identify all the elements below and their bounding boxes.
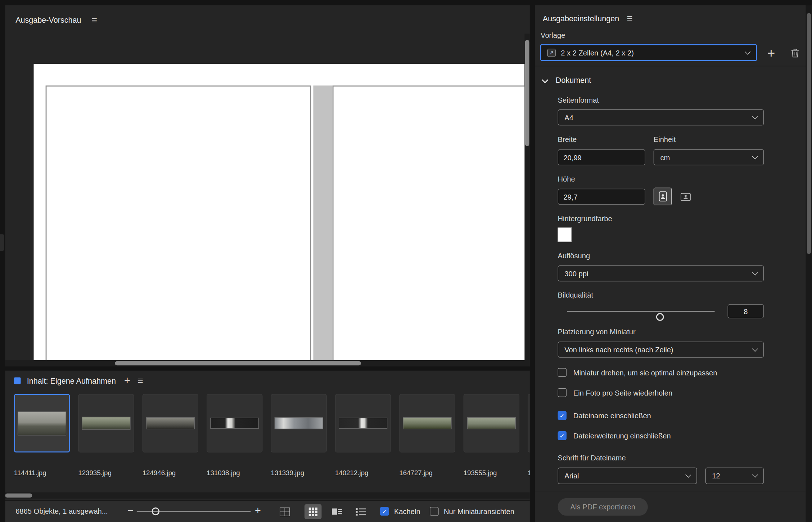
thumbnail-cell[interactable] [271, 394, 326, 452]
template-select[interactable]: ↗ 2 x 2 Zellen (A4, 2 x 2) [540, 44, 757, 61]
placement-value: Von links nach rechts (nach Zeile) [564, 345, 753, 354]
scrollbar-thumb[interactable] [115, 361, 361, 366]
thumbnail-item[interactable]: 123935.jpg [78, 394, 134, 490]
thumbnail-item[interactable]: 131038.jpg [207, 394, 262, 490]
thumbnail-cell[interactable] [399, 394, 455, 452]
settings-vertical-scrollbar[interactable] [806, 5, 812, 522]
zoom-in-icon[interactable]: + [255, 505, 261, 516]
font-size-value: 12 [712, 472, 753, 480]
thumbnail-cell[interactable] [335, 394, 391, 452]
scrollbar-thumb[interactable] [5, 494, 32, 498]
settings-checkbox-row[interactable]: ✓ Ein Foto pro Seite wiederholen [558, 388, 717, 397]
portrait-orientation-button[interactable] [654, 188, 672, 205]
quality-value-input[interactable] [727, 304, 764, 318]
scrollbar-thumb[interactable] [807, 13, 811, 254]
thumbnail-cell[interactable] [14, 394, 70, 452]
screenshot-root: Ausgabe-Vorschau ≡ Inhalt: Eigene Aufnah… [0, 0, 812, 522]
background-color-swatch[interactable] [558, 228, 572, 242]
panel-menu-icon[interactable]: ≡ [91, 15, 97, 25]
settings-checkbox-row[interactable]: ✓ Miniatur drehen, um sie optimal einzup… [558, 368, 717, 377]
zoom-slider-knob[interactable] [152, 508, 160, 516]
chevron-down-icon [752, 113, 758, 119]
content-panel: Inhalt: Eigene Aufnahmen + ≡ 114411.jpg … [5, 371, 529, 500]
preview-page-left [46, 85, 311, 360]
page-format-select[interactable]: A4 [558, 110, 764, 126]
tiles-checkbox[interactable]: ✓ Kacheln [380, 507, 420, 516]
unit-select[interactable]: cm [654, 149, 764, 165]
page-format-label: Seitenformat [558, 96, 599, 104]
chevron-down-icon [752, 153, 758, 159]
content-panel-title: Inhalt: Eigene Aufnahmen [27, 376, 116, 385]
preview-vertical-scrollbar[interactable] [524, 34, 529, 360]
panel-menu-icon[interactable]: ≡ [137, 375, 143, 385]
quality-label: Bildqualität [558, 291, 594, 299]
width-input[interactable] [558, 149, 645, 165]
preview-horizontal-scrollbar[interactable] [5, 360, 529, 366]
chevron-down-icon [752, 472, 758, 478]
thumbnail-cell[interactable] [464, 394, 519, 452]
portrait-icon [658, 191, 667, 202]
thumbs-only-checkbox-box[interactable]: ✓ [430, 507, 438, 516]
thumbnail-size-slider[interactable] [137, 501, 251, 522]
quality-slider-knob[interactable] [656, 313, 664, 321]
thumbnail-filename: 124946.jpg [143, 469, 198, 477]
thumbnail-cell[interactable] [143, 394, 198, 452]
thumbnail-cell[interactable] [528, 394, 530, 452]
quality-slider[interactable] [567, 306, 714, 317]
content-horizontal-scrollbar[interactable] [5, 492, 529, 499]
view-mode-list-button[interactable] [352, 504, 369, 519]
thumbnail-item[interactable]: 131339.jpg [271, 394, 326, 490]
font-size-select[interactable]: 12 [705, 468, 764, 484]
thumbnail-item[interactable]: 114411.jpg [14, 394, 70, 490]
view-mode-thumbnails-button[interactable] [304, 504, 321, 519]
thumbnail-image [18, 412, 66, 434]
tiles-checkbox-box[interactable]: ✓ [380, 507, 389, 516]
settings-checkbox-box[interactable]: ✓ [558, 388, 567, 397]
settings-checkbox-box[interactable]: ✓ [558, 431, 567, 440]
thumbnail-cell[interactable] [207, 394, 262, 452]
placement-select[interactable]: Von links nach rechts (nach Zeile) [558, 342, 764, 358]
status-bar: 6865 Objekte, 1 ausgewäh... − + [5, 500, 529, 522]
chevron-down-icon [752, 345, 758, 351]
grid-view-icon [279, 507, 290, 516]
add-icon[interactable]: + [124, 375, 130, 386]
thumbnail-cell[interactable] [78, 394, 134, 452]
thumbnail-item[interactable]: 1 [528, 394, 530, 490]
selection-status: 6865 Objekte, 1 ausgewäh... [15, 507, 108, 515]
resolution-value: 300 ppi [564, 269, 753, 277]
thumbnail-item[interactable]: 140212.jpg [335, 394, 391, 490]
height-input[interactable] [558, 189, 645, 205]
view-mode-grid-button[interactable] [276, 504, 293, 519]
settings-checkbox-row[interactable]: ✓ Dateiname einschließen [558, 411, 717, 420]
thumbnail-item[interactable]: 193555.jpg [464, 394, 519, 490]
thumbs-only-checkbox[interactable]: ✓ Nur Miniaturansichten [430, 507, 514, 516]
delete-template-button[interactable] [787, 45, 803, 61]
resolution-select[interactable]: 300 ppi [558, 266, 764, 282]
settings-checkbox-box[interactable]: ✓ [558, 411, 567, 420]
landscape-orientation-button[interactable] [677, 189, 694, 204]
thumbnail-image [468, 418, 515, 429]
page-preview-sheet [34, 64, 525, 360]
font-family-select[interactable]: Arial [558, 468, 697, 484]
settings-checkbox-row[interactable]: ✓ Dateierweiterung einschließen [558, 431, 717, 440]
tiles-checkbox-label: Kacheln [394, 507, 420, 516]
trash-icon [790, 48, 799, 58]
thumbnail-item[interactable]: 124946.jpg [143, 394, 198, 490]
zoom-out-icon[interactable]: − [127, 505, 134, 516]
settings-panel-title: Ausgabeeinstellungen [543, 14, 619, 23]
settings-checkbox-box[interactable]: ✓ [558, 368, 567, 377]
panel-menu-icon[interactable]: ≡ [627, 13, 633, 23]
view-mode-details-button[interactable] [328, 504, 345, 519]
thumbnail-filename: 1 [528, 469, 530, 477]
export-pdf-button[interactable]: Als PDF exportieren [558, 498, 648, 516]
page-gutter [313, 85, 332, 360]
scrollbar-thumb[interactable] [525, 40, 529, 146]
output-preview-panel: Ausgabe-Vorschau ≡ [5, 5, 529, 366]
add-template-button[interactable]: + [763, 45, 779, 61]
template-icon: ↗ [547, 49, 556, 57]
settings-panel-header: Ausgabeeinstellungen ≡ [543, 13, 633, 23]
collapsed-panel-handle[interactable] [0, 234, 4, 251]
settings-checkbox-label: Miniatur drehen, um sie optimal einzupas… [573, 368, 717, 376]
thumbnail-item[interactable]: 164727.jpg [399, 394, 455, 490]
thumbnail-image [275, 418, 322, 429]
